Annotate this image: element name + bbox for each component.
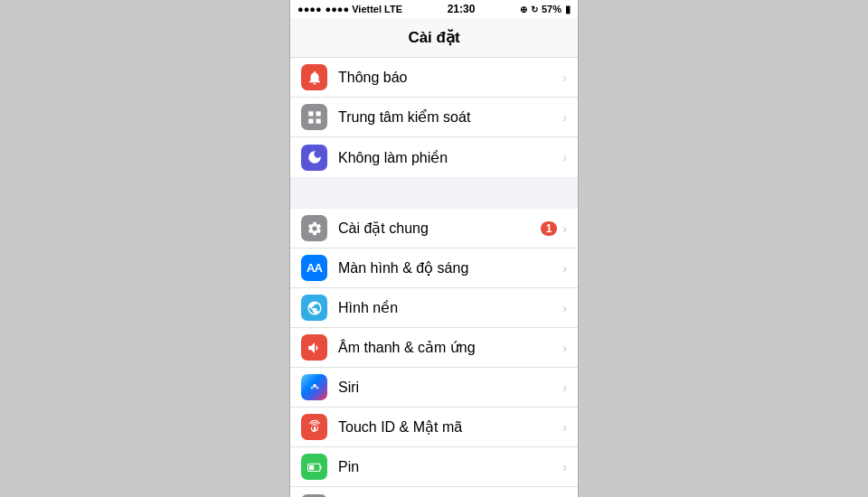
pin-item[interactable]: Pin › [290,447,578,487]
man-hinh-item[interactable]: AA Màn hình & độ sáng › [290,248,578,288]
cai-dat-chung-right: 1 › [541,221,567,236]
section-divider-1 [290,177,578,209]
battery-percent: 57% [542,4,561,14]
battery-icon: ▮ [565,4,571,15]
hinh-nen-icon [301,295,327,321]
touch-id-label: Touch ID & Mật mã [338,418,562,436]
trung-tam-item[interactable]: Trung tâm kiểm soát › [290,98,578,137]
chevron-icon: › [562,261,567,276]
trung-tam-icon [301,104,327,130]
thong-bao-item[interactable]: Thông báo › [290,58,578,98]
thong-bao-label: Thông báo [338,70,562,86]
chevron-icon: › [562,460,567,474]
cai-dat-chung-item[interactable]: Cài đặt chung 1 › [290,209,578,248]
touch-id-item[interactable]: Touch ID & Mật mã › [290,408,578,447]
hinh-nen-label: Hình nền [338,299,562,316]
svg-rect-4 [320,465,322,469]
thong-bao-right: › [562,70,567,85]
status-icons: ⊕ ↻ 57% ▮ [520,4,571,15]
chevron-icon: › [562,380,567,395]
svg-rect-5 [309,464,314,469]
pin-right: › [562,460,567,474]
rotation-icon: ↻ [531,5,538,14]
location-icon: ⊕ [520,5,527,14]
man-hinh-label: Màn hình & độ sáng [338,259,562,277]
nav-bar: Cài đặt [290,18,578,58]
touch-id-icon [301,414,327,440]
am-thanh-right: › [562,341,567,355]
carrier-info: ●●●● ●●●● Viettel LTE [297,4,402,14]
hinh-nen-item[interactable]: Hình nền › [290,288,578,328]
status-bar: ●●●● ●●●● Viettel LTE 21:30 ⊕ ↻ 57% ▮ [290,0,578,18]
time-display: 21:30 [448,3,476,15]
am-thanh-item[interactable]: Âm thanh & cảm ứng › [290,328,578,368]
chevron-icon: › [562,341,567,355]
signal-dots: ●●●● [297,4,322,14]
settings-group-1: Thông báo › Trung tâm kiểm soát › [290,58,578,177]
siri-right: › [562,380,567,395]
man-hinh-icon: AA [301,255,327,281]
thong-bao-icon [301,64,327,90]
khong-lam-label: Không làm phiền [338,149,562,166]
trung-tam-label: Trung tâm kiểm soát [338,108,562,126]
trung-tam-right: › [562,110,567,125]
hinh-nen-right: › [562,301,567,315]
siri-item[interactable]: Siri › [290,368,578,408]
update-badge: 1 [541,221,558,236]
chevron-icon: › [562,150,567,164]
svg-point-1 [313,383,316,387]
chevron-icon: › [562,110,567,125]
settings-group-2: Cài đặt chung 1 › AA Màn hình & độ sáng … [290,209,578,497]
siri-icon [301,374,327,400]
chevron-icon: › [562,221,567,236]
chevron-icon: › [562,301,567,315]
settings-list[interactable]: Thông báo › Trung tâm kiểm soát › [290,58,578,497]
chevron-icon: › [562,70,567,85]
pin-icon [301,454,327,480]
pin-label: Pin [338,459,562,475]
khong-lam-item[interactable]: Không làm phiền › [290,137,578,177]
svg-point-0 [310,386,313,389]
touch-id-right: › [562,420,567,435]
am-thanh-icon [301,334,327,361]
chevron-icon: › [562,420,567,435]
man-hinh-right: › [562,261,567,276]
phone-screen: ●●●● ●●●● Viettel LTE 21:30 ⊕ ↻ 57% ▮ Cà… [289,0,579,497]
cai-dat-chung-label: Cài đặt chung [338,220,541,237]
quyen-rieng-icon [301,494,327,498]
siri-label: Siri [338,380,562,396]
quyen-rieng-item[interactable]: Quyền riêng tư › [290,487,578,497]
carrier-name: ●●●● Viettel LTE [326,4,402,14]
svg-point-2 [316,386,318,389]
page-title: Cài đặt [408,28,459,47]
cai-dat-chung-icon [301,215,327,241]
am-thanh-label: Âm thanh & cảm ứng [338,339,562,356]
khong-lam-right: › [562,150,567,164]
khong-lam-icon [301,145,327,171]
